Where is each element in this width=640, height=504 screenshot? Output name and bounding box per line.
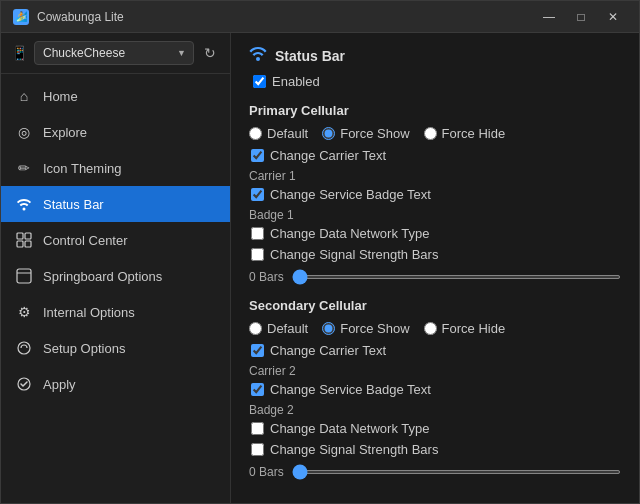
primary-radio-row: Default Force Show Force Hide: [249, 126, 621, 141]
sidebar-item-apply[interactable]: Apply: [1, 366, 230, 402]
primary-signal-label[interactable]: Change Signal Strength Bars: [270, 247, 438, 262]
home-icon: ⌂: [15, 87, 33, 105]
svg-rect-2: [25, 233, 31, 239]
secondary-cellular-title: Secondary Cellular: [249, 298, 621, 313]
secondary-force-hide-option[interactable]: Force Hide: [424, 321, 506, 336]
secondary-signal-row: Change Signal Strength Bars: [249, 442, 621, 457]
sidebar-item-status-bar[interactable]: Status Bar: [1, 186, 230, 222]
secondary-carrier-text-checkbox[interactable]: [251, 344, 264, 357]
svg-point-0: [23, 208, 26, 211]
svg-rect-4: [25, 241, 31, 247]
secondary-service-badge-checkbox[interactable]: [251, 383, 264, 396]
minimize-button[interactable]: —: [535, 7, 563, 27]
secondary-force-hide-label: Force Hide: [442, 321, 506, 336]
secondary-radio-row: Default Force Show Force Hide: [249, 321, 621, 336]
secondary-data-network-row: Change Data Network Type: [249, 421, 621, 436]
device-select[interactable]: ChuckeCheese: [34, 41, 194, 65]
phone-icon: 📱: [11, 45, 28, 61]
secondary-carrier-label: Carrier 2: [249, 364, 621, 378]
primary-carrier-label: Carrier 1: [249, 169, 621, 183]
control-center-icon: [15, 231, 33, 249]
secondary-default-label: Default: [267, 321, 308, 336]
sidebar-item-label: Apply: [43, 377, 76, 392]
primary-force-show-option[interactable]: Force Show: [322, 126, 409, 141]
svg-rect-5: [17, 269, 31, 283]
primary-default-option[interactable]: Default: [249, 126, 308, 141]
primary-carrier-text-checkbox[interactable]: [251, 149, 264, 162]
secondary-force-show-label: Force Show: [340, 321, 409, 336]
nav-items: ⌂ Home ◎ Explore ✏ Icon Theming: [1, 74, 230, 503]
sidebar-item-springboard-options[interactable]: Springboard Options: [1, 258, 230, 294]
primary-force-hide-radio[interactable]: [424, 127, 437, 140]
title-bar-left: 🏄 Cowabunga Lite: [13, 9, 124, 25]
app-body: 📱 ChuckeCheese ↻ ⌂ Home ◎ Explore: [1, 33, 639, 503]
secondary-signal-slider[interactable]: [292, 470, 621, 474]
secondary-default-radio[interactable]: [249, 322, 262, 335]
sidebar-item-label: Springboard Options: [43, 269, 162, 284]
sidebar-item-home[interactable]: ⌂ Home: [1, 78, 230, 114]
secondary-force-show-option[interactable]: Force Show: [322, 321, 409, 336]
refresh-button[interactable]: ↻: [200, 41, 220, 65]
secondary-force-hide-radio[interactable]: [424, 322, 437, 335]
maximize-button[interactable]: □: [567, 7, 595, 27]
sidebar-item-label: Icon Theming: [43, 161, 122, 176]
svg-rect-3: [17, 241, 23, 247]
primary-carrier-text-label[interactable]: Change Carrier Text: [270, 148, 386, 163]
status-bar-section-icon: [249, 47, 267, 64]
sidebar-item-label: Home: [43, 89, 78, 104]
primary-service-badge-checkbox[interactable]: [251, 188, 264, 201]
primary-slider-min-label: 0 Bars: [249, 270, 284, 284]
device-selector: 📱 ChuckeCheese ↻: [1, 33, 230, 74]
primary-badge-label: Badge 1: [249, 208, 621, 222]
primary-force-hide-option[interactable]: Force Hide: [424, 126, 506, 141]
window-controls: — □ ✕: [535, 7, 627, 27]
primary-default-label: Default: [267, 126, 308, 141]
section-header: Status Bar: [249, 47, 621, 64]
window-title: Cowabunga Lite: [37, 10, 124, 24]
secondary-default-option[interactable]: Default: [249, 321, 308, 336]
sidebar-item-control-center[interactable]: Control Center: [1, 222, 230, 258]
primary-data-network-row: Change Data Network Type: [249, 226, 621, 241]
enabled-checkbox[interactable]: [253, 75, 266, 88]
secondary-carrier-text-label[interactable]: Change Carrier Text: [270, 343, 386, 358]
primary-force-show-label: Force Show: [340, 126, 409, 141]
sidebar-item-explore[interactable]: ◎ Explore: [1, 114, 230, 150]
primary-signal-checkbox[interactable]: [251, 248, 264, 261]
secondary-slider-row: 0 Bars: [249, 465, 621, 479]
device-dropdown-wrapper: ChuckeCheese: [34, 41, 194, 65]
app-icon: 🏄: [13, 9, 29, 25]
brush-icon: ✏: [15, 159, 33, 177]
sidebar-item-label: Status Bar: [43, 197, 104, 212]
enabled-row: Enabled: [249, 74, 621, 89]
sidebar-item-internal-options[interactable]: ⚙ Internal Options: [1, 294, 230, 330]
secondary-signal-label[interactable]: Change Signal Strength Bars: [270, 442, 438, 457]
primary-data-network-checkbox[interactable]: [251, 227, 264, 240]
primary-default-radio[interactable]: [249, 127, 262, 140]
sidebar-item-label: Explore: [43, 125, 87, 140]
app-window: 🏄 Cowabunga Lite — □ ✕ 📱 ChuckeCheese ↻: [0, 0, 640, 504]
wifi-icon: [15, 195, 33, 213]
secondary-service-badge-label[interactable]: Change Service Badge Text: [270, 382, 431, 397]
section-title: Status Bar: [275, 48, 345, 64]
secondary-data-network-checkbox[interactable]: [251, 422, 264, 435]
setup-icon: [15, 339, 33, 357]
svg-point-7: [18, 342, 30, 354]
primary-signal-slider[interactable]: [292, 275, 621, 279]
sidebar-item-setup-options[interactable]: Setup Options: [1, 330, 230, 366]
secondary-signal-checkbox[interactable]: [251, 443, 264, 456]
check-icon: [15, 375, 33, 393]
sidebar-item-icon-theming[interactable]: ✏ Icon Theming: [1, 150, 230, 186]
sidebar-item-label: Control Center: [43, 233, 128, 248]
close-button[interactable]: ✕: [599, 7, 627, 27]
secondary-slider-min-label: 0 Bars: [249, 465, 284, 479]
secondary-force-show-radio[interactable]: [322, 322, 335, 335]
primary-service-badge-label[interactable]: Change Service Badge Text: [270, 187, 431, 202]
secondary-data-network-label[interactable]: Change Data Network Type: [270, 421, 429, 436]
primary-force-show-radio[interactable]: [322, 127, 335, 140]
enabled-label[interactable]: Enabled: [272, 74, 320, 89]
primary-slider-row: 0 Bars: [249, 270, 621, 284]
sidebar-item-label: Setup Options: [43, 341, 125, 356]
primary-data-network-label[interactable]: Change Data Network Type: [270, 226, 429, 241]
primary-signal-row: Change Signal Strength Bars: [249, 247, 621, 262]
main-content: Status Bar Enabled Primary Cellular Defa…: [231, 33, 639, 503]
